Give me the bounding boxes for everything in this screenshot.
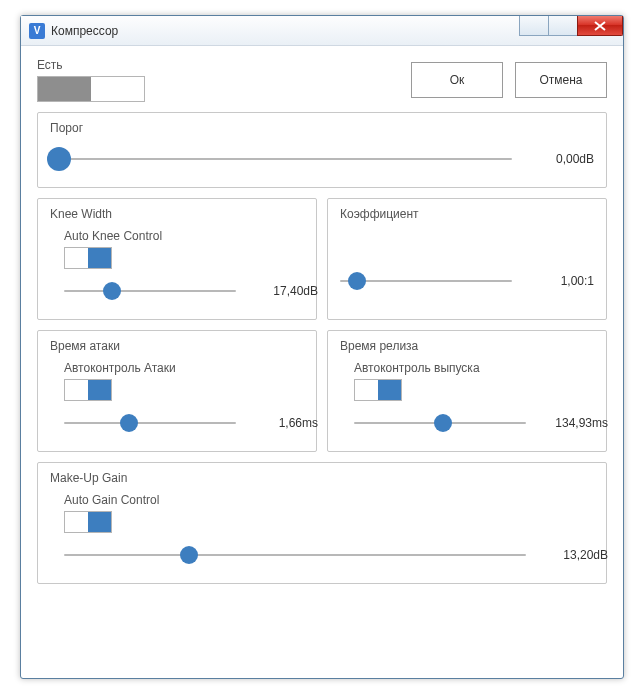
app-icon: V <box>29 23 45 39</box>
knee-slider[interactable] <box>64 281 236 301</box>
threshold-panel: Порог 0,00dB <box>37 112 607 188</box>
knee-label: Knee Width <box>50 207 304 221</box>
maximize-button[interactable] <box>548 16 578 36</box>
release-thumb[interactable] <box>434 414 452 432</box>
attack-value: 1,66ms <box>236 416 318 430</box>
makeup-panel: Make-Up Gain Auto Gain Control 13,20dB <box>37 462 607 584</box>
enable-toggle-off <box>91 77 144 101</box>
knee-panel: Knee Width Auto Knee Control 17,40dB <box>37 198 317 320</box>
ratio-label: Коэффициент <box>340 207 594 221</box>
enable-toggle[interactable] <box>37 76 145 102</box>
top-row: Есть Ок Отмена <box>37 58 607 102</box>
knee-value: 17,40dB <box>236 284 318 298</box>
window-controls <box>520 16 623 38</box>
ratio-slider[interactable] <box>340 271 512 291</box>
threshold-value: 0,00dB <box>512 152 594 166</box>
attack-thumb[interactable] <box>120 414 138 432</box>
attack-auto-toggle[interactable] <box>64 379 112 401</box>
minimize-button[interactable] <box>519 16 549 36</box>
makeup-value: 13,20dB <box>526 548 608 562</box>
release-auto-label: Автоконтроль выпуска <box>354 361 594 375</box>
release-slider[interactable] <box>354 413 526 433</box>
threshold-label: Порог <box>50 121 594 135</box>
compressor-window: V Компрессор Есть Ок Отмена <box>20 15 624 679</box>
knee-auto-toggle[interactable] <box>64 247 112 269</box>
window-title: Компрессор <box>51 24 118 38</box>
attack-panel: Время атаки Автоконтроль Атаки 1,66ms <box>37 330 317 452</box>
release-value: 134,93ms <box>526 416 608 430</box>
attack-slider[interactable] <box>64 413 236 433</box>
ratio-thumb[interactable] <box>348 272 366 290</box>
threshold-slider[interactable] <box>50 149 512 169</box>
makeup-auto-label: Auto Gain Control <box>64 493 594 507</box>
threshold-thumb[interactable] <box>47 147 71 171</box>
cancel-button[interactable]: Отмена <box>515 62 607 98</box>
enable-toggle-on <box>38 77 91 101</box>
ok-button[interactable]: Ок <box>411 62 503 98</box>
titlebar[interactable]: V Компрессор <box>21 16 623 46</box>
enable-block: Есть <box>37 58 145 102</box>
release-label: Время релиза <box>340 339 594 353</box>
release-auto-toggle[interactable] <box>354 379 402 401</box>
ratio-value: 1,00:1 <box>512 274 594 288</box>
makeup-thumb[interactable] <box>180 546 198 564</box>
makeup-label: Make-Up Gain <box>50 471 594 485</box>
knee-auto-label: Auto Knee Control <box>64 229 304 243</box>
attack-auto-label: Автоконтроль Атаки <box>64 361 304 375</box>
makeup-auto-toggle[interactable] <box>64 511 112 533</box>
close-button[interactable] <box>577 16 623 36</box>
content-area: Есть Ок Отмена Порог 0,00dB <box>21 46 623 678</box>
enable-label: Есть <box>37 58 145 72</box>
knee-thumb[interactable] <box>103 282 121 300</box>
ratio-panel: Коэффициент 1,00:1 <box>327 198 607 320</box>
makeup-slider[interactable] <box>64 545 526 565</box>
attack-label: Время атаки <box>50 339 304 353</box>
release-panel: Время релиза Автоконтроль выпуска 134,93… <box>327 330 607 452</box>
dialog-buttons: Ок Отмена <box>411 62 607 98</box>
